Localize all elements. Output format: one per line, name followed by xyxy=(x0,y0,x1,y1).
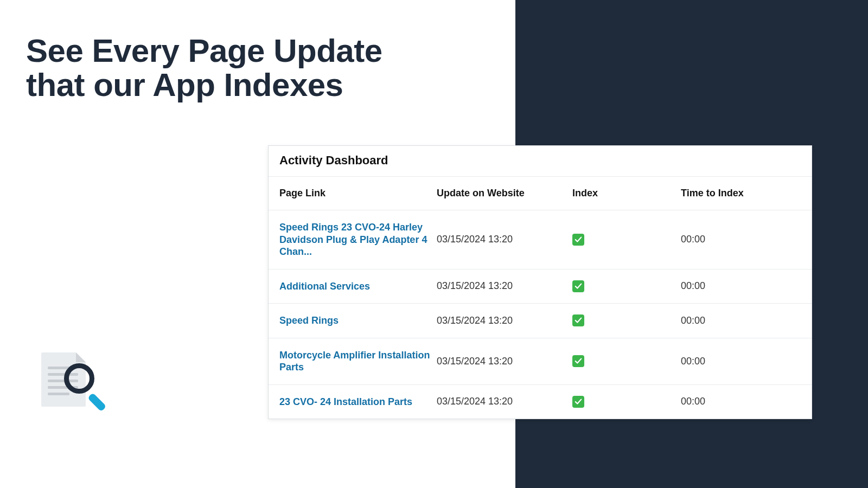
table-row: Speed Rings 23 CVO-24 Harley Davidson Pl… xyxy=(269,210,812,269)
time-cell: 00:00 xyxy=(681,234,801,245)
headline-line-1: See Every Page Update xyxy=(26,33,382,69)
magnifier-icon xyxy=(64,363,94,394)
col-header-index: Index xyxy=(572,188,681,199)
time-cell: 00:00 xyxy=(681,396,801,407)
page-link[interactable]: Speed Rings xyxy=(279,315,339,326)
table-row: Speed Rings 03/15/2024 13:20 00:00 xyxy=(269,304,812,338)
page-link[interactable]: Additional Services xyxy=(279,281,370,292)
page-link[interactable]: Motorcycle Amplifier Installation Parts xyxy=(279,350,430,373)
indexed-check-icon xyxy=(572,314,584,326)
update-cell: 03/15/2024 13:20 xyxy=(437,396,572,407)
time-cell: 00:00 xyxy=(681,315,801,326)
table-row: 23 CVO- 24 Installation Parts 03/15/2024… xyxy=(269,385,812,419)
update-cell: 03/15/2024 13:20 xyxy=(437,234,572,245)
col-header-update: Update on Website xyxy=(437,188,572,199)
document-search-icon xyxy=(41,352,106,418)
activity-dashboard-card: Activity Dashboard Page Link Update on W… xyxy=(268,145,812,419)
indexed-check-icon xyxy=(572,234,584,246)
update-cell: 03/15/2024 13:20 xyxy=(437,356,572,367)
table-row: Motorcycle Amplifier Installation Parts … xyxy=(269,338,812,385)
col-header-time: Time to Index xyxy=(681,188,801,199)
time-cell: 00:00 xyxy=(681,356,801,367)
indexed-check-icon xyxy=(572,355,584,367)
page-link[interactable]: Speed Rings 23 CVO-24 Harley Davidson Pl… xyxy=(279,222,427,257)
dashboard-title: Activity Dashboard xyxy=(269,146,812,177)
headline-line-2: that our App Indexes xyxy=(26,67,343,103)
magnifier-handle xyxy=(87,393,106,412)
page-headline: See Every Page Update that our App Index… xyxy=(26,34,382,102)
page-link[interactable]: 23 CVO- 24 Installation Parts xyxy=(279,396,412,407)
dashboard-table-header: Page Link Update on Website Index Time t… xyxy=(269,177,812,210)
update-cell: 03/15/2024 13:20 xyxy=(437,280,572,292)
update-cell: 03/15/2024 13:20 xyxy=(437,315,572,326)
table-row: Additional Services 03/15/2024 13:20 00:… xyxy=(269,269,812,304)
indexed-check-icon xyxy=(572,280,584,292)
indexed-check-icon xyxy=(572,396,584,408)
col-header-page: Page Link xyxy=(279,188,437,199)
time-cell: 00:00 xyxy=(681,280,801,292)
